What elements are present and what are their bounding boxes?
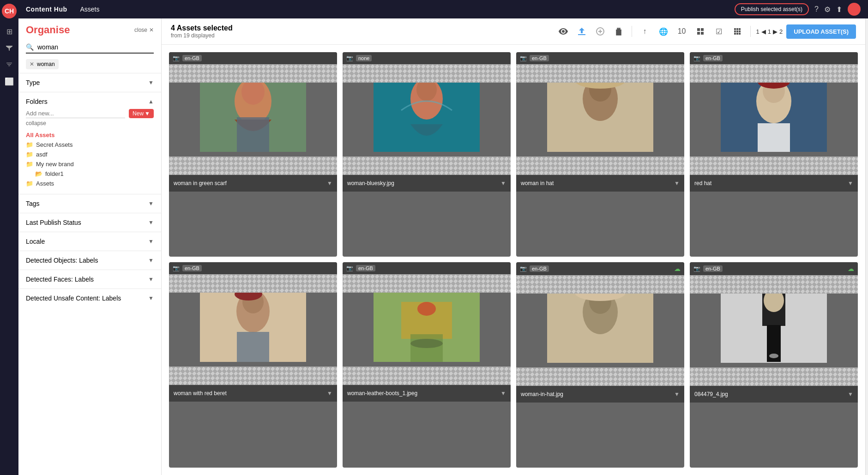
asset-name: red hat xyxy=(694,180,845,186)
delete-icon[interactable] xyxy=(611,24,626,39)
asset-expand-icon[interactable]: ▼ xyxy=(674,391,680,397)
search-input[interactable] xyxy=(37,43,154,51)
upload-cloud-icon[interactable] xyxy=(574,24,589,39)
asdf-link[interactable]: 📁 asdf xyxy=(26,150,154,159)
filter-tag: ✕ woman xyxy=(26,59,59,69)
my-new-brand-link[interactable]: 📁 My new brand xyxy=(26,159,154,169)
publish-selected-button[interactable]: Publish selected asset(s) xyxy=(735,3,809,15)
checker-pattern-bottom xyxy=(690,367,858,386)
asset-name: woman with red beret xyxy=(174,390,324,397)
my-new-brand-label: My new brand xyxy=(36,161,74,168)
asset-card[interactable]: 📷 en-GB woman-leather-boots_1.jpeg ▼ xyxy=(343,262,511,468)
folders-chevron-icon: ▲ xyxy=(148,98,154,105)
secret-assets-link[interactable]: 📁 Secret Assets xyxy=(26,140,154,150)
asset-image xyxy=(343,64,511,175)
close-button[interactable]: close ✕ xyxy=(134,27,154,33)
mosaic-view-icon[interactable] xyxy=(730,24,745,39)
asset-name: 084479_4.jpg xyxy=(694,391,845,397)
settings-icon[interactable]: ⚙ xyxy=(824,5,831,14)
locale-badge: en-GB xyxy=(530,265,549,272)
new-folder-button[interactable]: New ▼ xyxy=(129,109,154,118)
per-page-selector[interactable]: 10 xyxy=(675,24,689,39)
svg-rect-10 xyxy=(734,28,736,30)
asset-expand-icon[interactable]: ▼ xyxy=(500,390,506,397)
search-icon: 🔍 xyxy=(26,43,34,51)
asset-top-bar: 📷 none xyxy=(343,52,511,64)
resize-handle[interactable] xyxy=(865,18,868,475)
eye-icon[interactable] xyxy=(556,24,571,39)
asset-image xyxy=(690,64,858,175)
asset-top-bar: 📷 en-GB xyxy=(516,52,684,64)
detected-faces-header[interactable]: Detected Faces: Labels ▼ xyxy=(26,276,154,283)
tags-chevron-icon: ▼ xyxy=(148,200,154,207)
locale-label: Locale xyxy=(26,238,45,245)
asset-card[interactable]: 📷 en-GB ☁ woman-in-hat.jpg ▼ xyxy=(516,262,684,468)
detected-unsafe-header[interactable]: Detected Unsafe Content: Labels ▼ xyxy=(26,295,154,302)
asset-card[interactable]: 📷 en-GB red hat ▼ xyxy=(690,52,858,257)
svg-rect-14 xyxy=(736,30,738,32)
next-page-icon[interactable]: ▶ xyxy=(773,28,778,35)
asset-expand-icon[interactable]: ▼ xyxy=(327,390,332,397)
header-icons: ? ⚙ ⬆ xyxy=(814,3,861,16)
per-page-value: 10 xyxy=(678,27,686,36)
folders-header[interactable]: Folders ▲ xyxy=(26,98,154,105)
detected-unsafe-chevron-icon: ▼ xyxy=(148,295,154,301)
upload-assets-button[interactable]: UPLOAD ASSET(S) xyxy=(786,24,856,39)
nav-tools-icon[interactable] xyxy=(2,57,17,72)
toolbar-actions: ↑ 🌐 10 ☑ xyxy=(556,24,856,39)
grid-view-icon[interactable] xyxy=(693,24,708,39)
asset-card[interactable]: 📷 en-GB woman in green scarf ▼ xyxy=(169,52,337,257)
detected-unsafe-label: Detected Unsafe Content: Labels xyxy=(26,295,121,302)
type-filter-header[interactable]: Type ▼ xyxy=(26,79,154,86)
help-icon[interactable]: ? xyxy=(814,5,819,13)
camera-icon: 📷 xyxy=(173,265,180,271)
sidebar-header: Organise close ✕ xyxy=(18,18,161,40)
collapse-link[interactable]: collapse xyxy=(26,120,154,126)
asset-card[interactable]: 📷 none woman-bluesky.jpg ▼ xyxy=(343,52,511,257)
page-current-2: 1 xyxy=(768,28,771,35)
nav-home-icon[interactable]: ⊞ xyxy=(2,24,17,39)
globe-icon[interactable]: 🌐 xyxy=(656,24,671,39)
export-icon[interactable]: ⬆ xyxy=(836,5,842,14)
prev-page-icon[interactable]: ◀ xyxy=(761,28,766,35)
tags-filter-header[interactable]: Tags ▼ xyxy=(26,200,154,207)
add-folder-input[interactable] xyxy=(26,109,125,118)
last-publish-status-header[interactable]: Last Publish Status ▼ xyxy=(26,219,154,226)
sort-up-icon[interactable]: ↑ xyxy=(638,24,652,39)
asset-expand-icon[interactable]: ▼ xyxy=(327,180,332,186)
asset-expand-icon[interactable]: ▼ xyxy=(500,180,506,186)
nav-box-icon[interactable]: ⬜ xyxy=(2,74,17,89)
camera-icon: 📷 xyxy=(520,265,527,272)
svg-rect-18 xyxy=(739,33,741,35)
asset-footer: woman in hat ▼ xyxy=(516,175,684,192)
detected-objects-header[interactable]: Detected Objects: Labels ▼ xyxy=(26,257,154,264)
secret-assets-label: Secret Assets xyxy=(36,141,72,148)
asset-expand-icon[interactable]: ▼ xyxy=(674,180,680,186)
app-logo: CH xyxy=(2,4,17,18)
asset-card[interactable]: 📷 en-GB woman in hat ▼ xyxy=(516,52,684,257)
filter-tag-x[interactable]: ✕ xyxy=(30,61,34,67)
asset-card[interactable]: 📷 en-GB woman with red beret ▼ xyxy=(169,262,337,468)
unpublish-icon[interactable] xyxy=(593,24,608,39)
check-view-icon[interactable]: ☑ xyxy=(711,24,726,39)
folder1-link[interactable]: 📂 folder1 xyxy=(35,169,154,179)
detected-faces-label: Detected Faces: Labels xyxy=(26,276,94,283)
camera-icon: 📷 xyxy=(346,265,353,271)
asdf-label: asdf xyxy=(36,151,48,158)
cloud-badge: ☁ xyxy=(848,265,854,272)
assets-link[interactable]: 📁 Assets xyxy=(26,179,154,188)
asset-top-bar: 📷 en-GB xyxy=(169,52,337,64)
asset-expand-icon[interactable]: ▼ xyxy=(848,391,853,397)
all-assets-link[interactable]: All Assets xyxy=(26,130,154,140)
user-avatar[interactable] xyxy=(848,3,861,16)
nav-filter-icon[interactable] xyxy=(2,41,17,55)
asset-top-bar: 📷 en-GB xyxy=(343,262,511,274)
type-chevron-icon: ▼ xyxy=(148,79,154,86)
locale-header[interactable]: Locale ▼ xyxy=(26,238,154,245)
asset-card[interactable]: 📷 en-GB ☁ 084479_4.jpg ▼ xyxy=(690,262,858,468)
tags-filter-section: Tags ▼ xyxy=(18,194,161,213)
svg-point-43 xyxy=(417,302,436,316)
asset-footer: red hat ▼ xyxy=(690,175,858,192)
asset-expand-icon[interactable]: ▼ xyxy=(848,180,853,186)
all-assets-label: All Assets xyxy=(26,132,54,138)
